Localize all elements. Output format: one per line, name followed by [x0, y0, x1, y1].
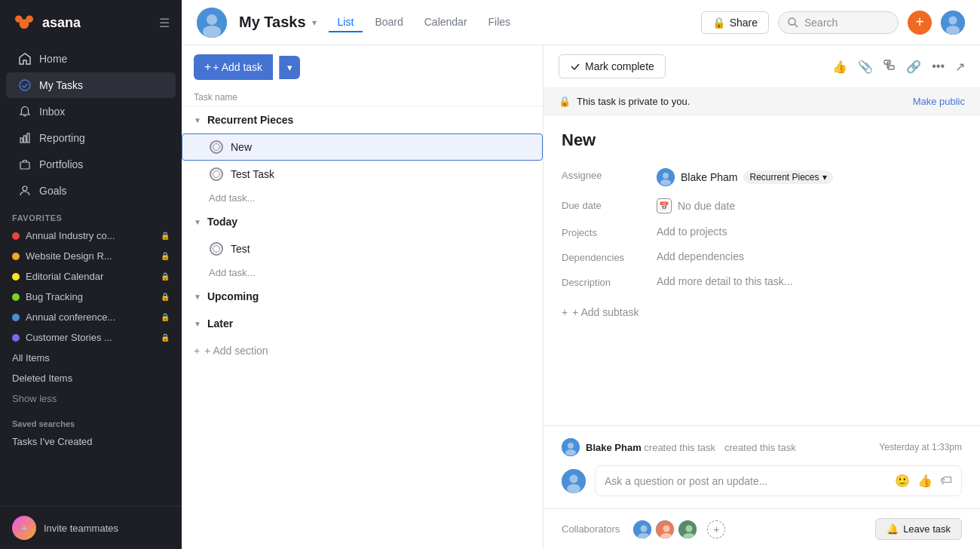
mark-complete-button[interactable]: Mark complete: [559, 54, 666, 78]
creator-action-label: created this task: [724, 442, 796, 453]
tab-board[interactable]: Board: [366, 13, 412, 32]
sidebar-item-inbox[interactable]: Inbox: [6, 99, 176, 124]
task-checkbox-test-task[interactable]: [210, 167, 223, 181]
dependencies-value[interactable]: Add dependencies: [657, 250, 744, 262]
favorites-item-customer-stories[interactable]: Customer Stories ... 🔒: [0, 327, 182, 348]
leave-task-button[interactable]: 🔔 Leave task: [875, 518, 962, 540]
collaborator-avatar-1[interactable]: [632, 519, 653, 540]
sidebar-item-goals[interactable]: Goals: [6, 178, 176, 204]
add-task-button[interactable]: + + Add task: [194, 54, 273, 80]
topbar-right: 🔒 Share Search +: [701, 11, 965, 35]
add-task-row-recurrent[interactable]: Add task...: [182, 188, 543, 208]
sidebar-item-portfolios[interactable]: Portfolios: [6, 152, 176, 177]
favorites-list: Annual Industry co... 🔒 Website Design R…: [0, 225, 182, 348]
projects-value[interactable]: Add to projects: [657, 225, 727, 238]
page-title: My Tasks: [239, 14, 306, 31]
topbar-user-avatar[interactable]: [941, 11, 965, 35]
sidebar-collapse-btn[interactable]: ☰: [159, 16, 170, 30]
svg-point-38: [686, 525, 693, 532]
sidebar-item-reporting[interactable]: Reporting: [6, 125, 176, 151]
thumbs-up-icon[interactable]: 👍: [832, 60, 847, 74]
add-new-button[interactable]: +: [908, 11, 932, 35]
invite-teammates-btn[interactable]: + Invite teammates: [0, 506, 182, 549]
creator-action: created this task: [644, 442, 715, 453]
share-button[interactable]: 🔒 Share: [701, 11, 769, 34]
sidebar-item-my-tasks[interactable]: My Tasks: [6, 72, 176, 98]
add-section-row[interactable]: + + Add section: [182, 337, 543, 364]
plus-icon: +: [204, 60, 211, 74]
task-row-test-task[interactable]: Test Task: [182, 161, 543, 188]
section-later[interactable]: ▼ Later: [182, 310, 543, 337]
add-task-dropdown-button[interactable]: ▾: [279, 56, 300, 79]
asana-logo[interactable]: asana: [12, 11, 81, 35]
search-bar[interactable]: Search: [778, 11, 899, 34]
collaborator-avatar-2[interactable]: [654, 519, 675, 540]
description-row: Description Add more detail to this task…: [562, 275, 962, 288]
favorites-item-label-5: Customer Stories ...: [26, 332, 112, 343]
all-items-link[interactable]: All Items: [0, 348, 182, 368]
task-checkbox-new[interactable]: [210, 140, 223, 154]
favorites-item-website-design[interactable]: Website Design R... 🔒: [0, 246, 182, 266]
description-value[interactable]: Add more detail to this task...: [657, 275, 793, 287]
assignee-label: Assignee: [562, 168, 645, 181]
task-row-test[interactable]: Test: [182, 235, 543, 262]
dependencies-row: Dependencies Add dependencies: [562, 250, 962, 263]
more-options-icon[interactable]: •••: [932, 60, 945, 73]
svg-point-15: [949, 16, 957, 24]
tab-files[interactable]: Files: [479, 13, 520, 32]
assignee-value[interactable]: Blake Pham Recurrent Pieces ▾: [657, 168, 833, 186]
link-icon[interactable]: 🔗: [906, 60, 921, 74]
section-label-upcoming: Upcoming: [207, 290, 259, 302]
make-public-link[interactable]: Make public: [913, 96, 965, 107]
due-date-value[interactable]: 📅 No due date: [657, 198, 735, 213]
saved-search-tasks-created[interactable]: Tasks I've Created: [0, 431, 182, 452]
task-title[interactable]: New: [562, 130, 962, 150]
tab-list[interactable]: List: [329, 13, 363, 32]
svg-point-3: [20, 80, 30, 90]
section-label-recurrent: Recurrent Pieces: [207, 114, 293, 126]
lock-icon: 🔒: [161, 252, 170, 260]
emoji-icon[interactable]: 🙂: [895, 474, 910, 488]
svg-rect-4: [20, 138, 23, 143]
thumbs-up-icon[interactable]: 👍: [917, 474, 933, 488]
attach-icon[interactable]: 📎: [858, 60, 873, 74]
check-icon: [213, 170, 220, 178]
favorites-item-bug-tracking[interactable]: Bug Tracking 🔒: [0, 287, 182, 307]
add-collaborator-button[interactable]: +: [707, 520, 725, 538]
expand-icon[interactable]: ↗: [955, 60, 965, 74]
more-emoji-icon[interactable]: 🏷: [940, 474, 952, 488]
section-chip[interactable]: Recurrent Pieces ▾: [743, 170, 832, 184]
page-title-chevron-icon[interactable]: ▾: [312, 17, 317, 28]
subtask-icon[interactable]: [884, 59, 896, 74]
chart-icon: [18, 131, 32, 145]
section-upcoming[interactable]: ▼ Upcoming: [182, 283, 543, 310]
comment-input[interactable]: Ask a question or post an update... 🙂 👍 …: [595, 465, 962, 496]
favorites-item-annual-industry[interactable]: Annual Industry co... 🔒: [0, 225, 182, 246]
tab-calendar[interactable]: Calendar: [415, 13, 476, 32]
projects-row: Projects Add to projects: [562, 225, 962, 238]
deleted-items-link[interactable]: Deleted Items: [0, 368, 182, 388]
creator-avatar: [562, 438, 580, 456]
section-today[interactable]: ▼ Today: [182, 208, 543, 235]
sidebar-item-home[interactable]: Home: [6, 46, 176, 72]
add-subtask-button[interactable]: + + Add subtask: [562, 300, 962, 324]
task-checkbox-test[interactable]: [210, 242, 223, 256]
sidebar-item-label-portfolios: Portfolios: [39, 158, 83, 170]
add-task-row-today[interactable]: Add task...: [182, 262, 543, 283]
favorites-item-editorial[interactable]: Editorial Calendar 🔒: [0, 266, 182, 287]
collaborator-avatar-3[interactable]: [677, 519, 698, 540]
leave-task-label: Leave task: [903, 523, 951, 535]
show-less-link[interactable]: Show less: [0, 388, 182, 409]
task-row-new[interactable]: New: [182, 133, 543, 161]
comment-placeholder: Ask a question or post an update...: [605, 475, 767, 487]
favorites-item-annual-conference[interactable]: Annual conference... 🔒: [0, 307, 182, 327]
section-recurrent-pieces[interactable]: ▼ Recurrent Pieces: [182, 106, 543, 133]
svg-point-24: [660, 179, 671, 186]
dot-icon: [12, 314, 20, 321]
svg-rect-7: [20, 162, 29, 169]
due-date-text: No due date: [678, 200, 735, 212]
search-icon: [788, 17, 798, 28]
svg-point-26: [568, 443, 574, 449]
svg-point-27: [565, 449, 576, 455]
chevron-down-icon: ▼: [194, 293, 201, 301]
